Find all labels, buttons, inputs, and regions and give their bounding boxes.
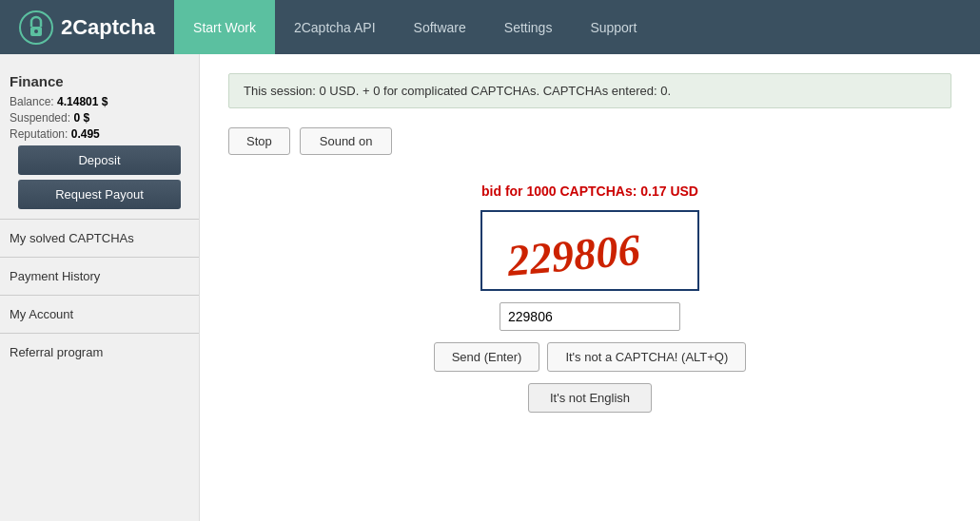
reputation-value: 0.495 bbox=[71, 127, 100, 141]
deposit-button[interactable]: Deposit bbox=[18, 145, 180, 175]
suspended-value: 0 $ bbox=[73, 111, 89, 125]
sidebar-item-referral[interactable]: Referral program bbox=[0, 333, 199, 371]
controls-bar: Stop Sound on bbox=[228, 127, 951, 155]
captcha-area: bid for 1000 CAPTCHAs: 0.17 USD 229806 S… bbox=[228, 183, 951, 413]
finance-title: Finance bbox=[10, 73, 189, 89]
payout-button[interactable]: Request Payout bbox=[18, 180, 180, 209]
session-info: This session: 0 USD. + 0 for complicated… bbox=[228, 73, 951, 108]
not-english-button[interactable]: It's not English bbox=[528, 383, 652, 413]
logo-area: 2Captcha bbox=[0, 10, 174, 45]
sound-button[interactable]: Sound on bbox=[300, 127, 393, 155]
nav-settings[interactable]: Settings bbox=[485, 0, 572, 54]
header: 2Captcha Start Work 2Captcha API Softwar… bbox=[0, 0, 980, 54]
nav-software[interactable]: Software bbox=[395, 0, 485, 54]
finance-section: Finance Balance: 4.14801 $ Suspended: 0 … bbox=[0, 64, 199, 219]
reputation-label: Reputation: bbox=[10, 127, 68, 141]
main-nav: Start Work 2Captcha API Software Setting… bbox=[174, 0, 656, 54]
balance-stat: Balance: 4.14801 $ bbox=[10, 95, 189, 108]
captcha-image: 229806 bbox=[480, 210, 699, 291]
main-layout: Finance Balance: 4.14801 $ Suspended: 0 … bbox=[0, 54, 980, 521]
suspended-stat: Suspended: 0 $ bbox=[10, 111, 189, 125]
svg-text:229806: 229806 bbox=[504, 225, 642, 281]
stop-button[interactable]: Stop bbox=[228, 127, 290, 155]
sidebar: Finance Balance: 4.14801 $ Suspended: 0 … bbox=[0, 54, 200, 521]
logo-text: 2Captcha bbox=[61, 15, 155, 40]
svg-point-2 bbox=[34, 29, 38, 33]
captcha-svg: 229806 bbox=[498, 220, 682, 281]
sidebar-item-solved[interactable]: My solved CAPTCHAs bbox=[0, 219, 199, 257]
sidebar-item-account[interactable]: My Account bbox=[0, 295, 199, 333]
balance-label: Balance: bbox=[10, 95, 54, 108]
not-captcha-button[interactable]: It's not a CAPTCHA! (ALT+Q) bbox=[547, 342, 746, 372]
send-button[interactable]: Send (Enter) bbox=[434, 342, 540, 372]
captcha-bid: bid for 1000 CAPTCHAs: 0.17 USD bbox=[481, 183, 698, 199]
nav-start-work[interactable]: Start Work bbox=[174, 0, 275, 54]
captcha-input[interactable] bbox=[500, 302, 680, 331]
reputation-stat: Reputation: 0.495 bbox=[10, 127, 189, 141]
content-area: This session: 0 USD. + 0 for complicated… bbox=[200, 54, 980, 521]
logo-icon bbox=[19, 10, 53, 45]
nav-api[interactable]: 2Captcha API bbox=[275, 0, 395, 54]
suspended-label: Suspended: bbox=[10, 111, 70, 125]
nav-support[interactable]: Support bbox=[571, 0, 656, 54]
sidebar-item-payment[interactable]: Payment History bbox=[0, 257, 199, 295]
balance-value: 4.14801 $ bbox=[57, 95, 108, 108]
captcha-actions: Send (Enter) It's not a CAPTCHA! (ALT+Q) bbox=[434, 342, 747, 372]
